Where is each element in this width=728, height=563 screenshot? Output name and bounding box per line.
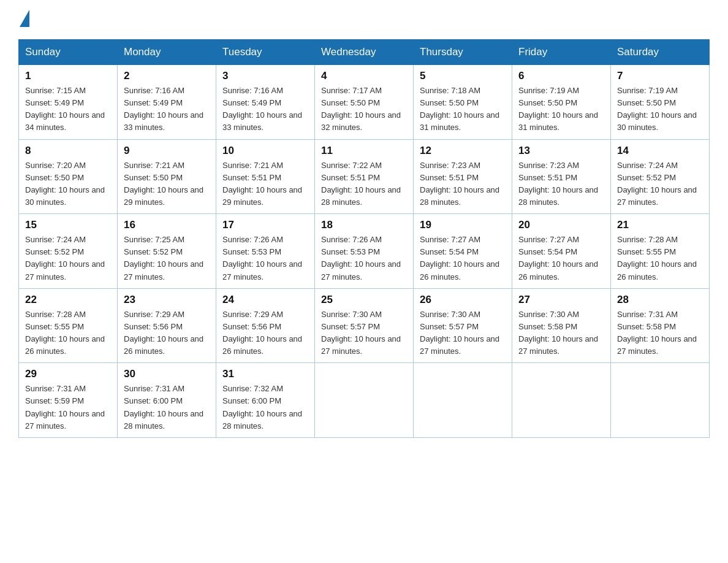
- day-number: 20: [518, 219, 604, 231]
- day-info: Sunrise: 7:18 AMSunset: 5:50 PMDaylight:…: [420, 86, 499, 132]
- day-cell: 25 Sunrise: 7:30 AMSunset: 5:57 PMDaylig…: [315, 288, 414, 363]
- day-info: Sunrise: 7:23 AMSunset: 5:51 PMDaylight:…: [420, 161, 499, 207]
- header-cell-friday: Friday: [512, 40, 611, 65]
- day-cell: 6 Sunrise: 7:19 AMSunset: 5:50 PMDayligh…: [512, 65, 611, 140]
- day-cell: 26 Sunrise: 7:30 AMSunset: 5:57 PMDaylig…: [414, 288, 512, 363]
- day-number: 8: [25, 145, 111, 157]
- day-number: 2: [124, 70, 210, 82]
- day-cell: 27 Sunrise: 7:30 AMSunset: 5:58 PMDaylig…: [512, 288, 611, 363]
- day-cell: 7 Sunrise: 7:19 AMSunset: 5:50 PMDayligh…: [611, 65, 710, 140]
- day-number: 21: [617, 219, 703, 231]
- day-info: Sunrise: 7:27 AMSunset: 5:54 PMDaylight:…: [518, 235, 598, 281]
- day-number: 28: [617, 294, 703, 306]
- day-info: Sunrise: 7:19 AMSunset: 5:50 PMDaylight:…: [617, 86, 697, 132]
- day-number: 11: [321, 145, 407, 157]
- header-cell-sunday: Sunday: [19, 40, 118, 65]
- header-cell-wednesday: Wednesday: [315, 40, 414, 65]
- day-number: 13: [518, 145, 604, 157]
- day-info: Sunrise: 7:28 AMSunset: 5:55 PMDaylight:…: [617, 235, 697, 281]
- calendar-header: SundayMondayTuesdayWednesdayThursdayFrid…: [19, 40, 710, 65]
- day-info: Sunrise: 7:28 AMSunset: 5:55 PMDaylight:…: [25, 310, 105, 356]
- day-info: Sunrise: 7:31 AMSunset: 5:59 PMDaylight:…: [25, 384, 105, 430]
- day-info: Sunrise: 7:20 AMSunset: 5:50 PMDaylight:…: [25, 161, 105, 207]
- day-number: 31: [222, 368, 308, 380]
- day-cell: 28 Sunrise: 7:31 AMSunset: 5:58 PMDaylig…: [611, 288, 710, 363]
- logo-row1: [18, 12, 29, 27]
- day-info: Sunrise: 7:24 AMSunset: 5:52 PMDaylight:…: [617, 161, 697, 207]
- day-info: Sunrise: 7:31 AMSunset: 6:00 PMDaylight:…: [124, 384, 203, 430]
- day-cell: [315, 363, 414, 438]
- day-number: 18: [321, 219, 407, 231]
- day-number: 4: [321, 70, 407, 82]
- day-info: Sunrise: 7:31 AMSunset: 5:58 PMDaylight:…: [617, 310, 697, 356]
- day-number: 23: [124, 294, 210, 306]
- day-number: 7: [617, 70, 703, 82]
- day-cell: 30 Sunrise: 7:31 AMSunset: 6:00 PMDaylig…: [118, 363, 216, 438]
- day-cell: 13 Sunrise: 7:23 AMSunset: 5:51 PMDaylig…: [512, 139, 611, 214]
- day-info: Sunrise: 7:29 AMSunset: 5:56 PMDaylight:…: [124, 310, 203, 356]
- day-info: Sunrise: 7:23 AMSunset: 5:51 PMDaylight:…: [518, 161, 598, 207]
- day-info: Sunrise: 7:17 AMSunset: 5:50 PMDaylight:…: [321, 86, 401, 132]
- week-row-4: 22 Sunrise: 7:28 AMSunset: 5:55 PMDaylig…: [19, 288, 710, 363]
- day-number: 1: [25, 70, 111, 82]
- day-cell: 12 Sunrise: 7:23 AMSunset: 5:51 PMDaylig…: [414, 139, 512, 214]
- page-container: SundayMondayTuesdayWednesdayThursdayFrid…: [18, 12, 710, 438]
- day-number: 26: [420, 294, 506, 306]
- day-info: Sunrise: 7:24 AMSunset: 5:52 PMDaylight:…: [25, 235, 105, 281]
- day-cell: 10 Sunrise: 7:21 AMSunset: 5:51 PMDaylig…: [216, 139, 315, 214]
- day-info: Sunrise: 7:22 AMSunset: 5:51 PMDaylight:…: [321, 161, 401, 207]
- header-row: SundayMondayTuesdayWednesdayThursdayFrid…: [19, 40, 710, 65]
- day-cell: 19 Sunrise: 7:27 AMSunset: 5:54 PMDaylig…: [414, 214, 512, 289]
- day-info: Sunrise: 7:16 AMSunset: 5:49 PMDaylight:…: [124, 86, 203, 132]
- day-cell: 4 Sunrise: 7:17 AMSunset: 5:50 PMDayligh…: [315, 65, 414, 140]
- week-row-2: 8 Sunrise: 7:20 AMSunset: 5:50 PMDayligh…: [19, 139, 710, 214]
- day-cell: 21 Sunrise: 7:28 AMSunset: 5:55 PMDaylig…: [611, 214, 710, 289]
- day-cell: 29 Sunrise: 7:31 AMSunset: 5:59 PMDaylig…: [19, 363, 118, 438]
- day-number: 5: [420, 70, 506, 82]
- week-row-1: 1 Sunrise: 7:15 AMSunset: 5:49 PMDayligh…: [19, 65, 710, 140]
- header-cell-monday: Monday: [118, 40, 216, 65]
- day-cell: 3 Sunrise: 7:16 AMSunset: 5:49 PMDayligh…: [216, 65, 315, 140]
- day-cell: 9 Sunrise: 7:21 AMSunset: 5:50 PMDayligh…: [118, 139, 216, 214]
- day-number: 14: [617, 145, 703, 157]
- week-row-3: 15 Sunrise: 7:24 AMSunset: 5:52 PMDaylig…: [19, 214, 710, 289]
- day-cell: 11 Sunrise: 7:22 AMSunset: 5:51 PMDaylig…: [315, 139, 414, 214]
- day-cell: 14 Sunrise: 7:24 AMSunset: 5:52 PMDaylig…: [611, 139, 710, 214]
- day-info: Sunrise: 7:29 AMSunset: 5:56 PMDaylight:…: [222, 310, 302, 356]
- day-cell: [611, 363, 710, 438]
- day-cell: 1 Sunrise: 7:15 AMSunset: 5:49 PMDayligh…: [19, 65, 118, 140]
- calendar-body: 1 Sunrise: 7:15 AMSunset: 5:49 PMDayligh…: [19, 65, 710, 438]
- page-header: [18, 12, 710, 27]
- day-number: 29: [25, 368, 111, 380]
- day-cell: 31 Sunrise: 7:32 AMSunset: 6:00 PMDaylig…: [216, 363, 315, 438]
- day-cell: 17 Sunrise: 7:26 AMSunset: 5:53 PMDaylig…: [216, 214, 315, 289]
- day-cell: 8 Sunrise: 7:20 AMSunset: 5:50 PMDayligh…: [19, 139, 118, 214]
- day-info: Sunrise: 7:21 AMSunset: 5:50 PMDaylight:…: [124, 161, 203, 207]
- day-info: Sunrise: 7:26 AMSunset: 5:53 PMDaylight:…: [321, 235, 401, 281]
- day-number: 27: [518, 294, 604, 306]
- logo: [18, 12, 29, 27]
- day-cell: 2 Sunrise: 7:16 AMSunset: 5:49 PMDayligh…: [118, 65, 216, 140]
- day-number: 9: [124, 145, 210, 157]
- day-cell: 18 Sunrise: 7:26 AMSunset: 5:53 PMDaylig…: [315, 214, 414, 289]
- day-number: 30: [124, 368, 210, 380]
- day-info: Sunrise: 7:30 AMSunset: 5:57 PMDaylight:…: [321, 310, 401, 356]
- header-cell-tuesday: Tuesday: [216, 40, 315, 65]
- header-cell-saturday: Saturday: [611, 40, 710, 65]
- day-number: 3: [222, 70, 308, 82]
- day-cell: [414, 363, 512, 438]
- day-number: 17: [222, 219, 308, 231]
- day-number: 6: [518, 70, 604, 82]
- day-info: Sunrise: 7:16 AMSunset: 5:49 PMDaylight:…: [222, 86, 302, 132]
- day-info: Sunrise: 7:26 AMSunset: 5:53 PMDaylight:…: [222, 235, 302, 281]
- logo-triangle-icon: [20, 10, 29, 27]
- day-cell: [512, 363, 611, 438]
- day-cell: 24 Sunrise: 7:29 AMSunset: 5:56 PMDaylig…: [216, 288, 315, 363]
- day-cell: 16 Sunrise: 7:25 AMSunset: 5:52 PMDaylig…: [118, 214, 216, 289]
- day-info: Sunrise: 7:21 AMSunset: 5:51 PMDaylight:…: [222, 161, 302, 207]
- calendar-table: SundayMondayTuesdayWednesdayThursdayFrid…: [18, 39, 710, 438]
- day-info: Sunrise: 7:30 AMSunset: 5:57 PMDaylight:…: [420, 310, 499, 356]
- day-info: Sunrise: 7:25 AMSunset: 5:52 PMDaylight:…: [124, 235, 203, 281]
- day-number: 25: [321, 294, 407, 306]
- header-cell-thursday: Thursday: [414, 40, 512, 65]
